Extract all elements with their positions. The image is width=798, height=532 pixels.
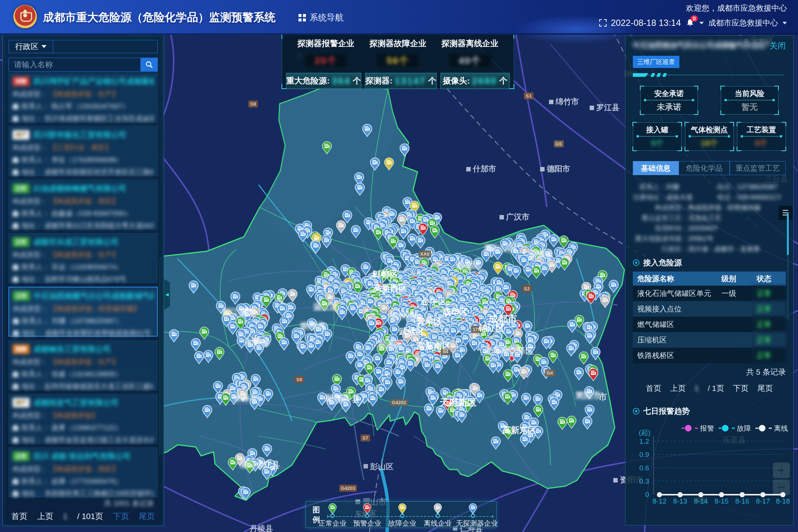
svg-text:8-12: 8-12 [652,497,666,505]
svg-text:S2: S2 [524,286,530,291]
svg-text:金牛区: 金牛区 [421,297,447,306]
svg-text:彭山区: 彭山区 [370,462,393,471]
svg-text:温江区: 温江区 [313,302,339,311]
svg-text:S9: S9 [250,101,256,107]
svg-text:郫都区: 郫都区 [372,269,398,279]
svg-text:8-15: 8-15 [715,497,729,505]
svg-text:新都区: 新都区 [456,260,482,270]
svg-text:市: 市 [598,392,607,402]
svg-text:G5: G5 [555,141,562,147]
svg-text:双流区: 双流区 [378,340,403,349]
svg-text:绵竹市: 绵竹市 [555,97,579,106]
svg-text:1.2: 1.2 [640,437,649,445]
svg-text:离线: 离线 [774,424,788,432]
svg-text:武侯区: 武侯区 [399,327,424,336]
svg-text:G4: G4 [546,370,553,376]
svg-text:高新南区: 高新南区 [417,341,451,351]
svg-text:什邡市: 什邡市 [473,164,496,173]
svg-text:0.3: 0.3 [640,477,649,485]
svg-text:0: 0 [645,491,649,498]
svg-text:驿区: 驿区 [516,346,534,356]
svg-text:锦江区: 锦江区 [478,323,504,333]
svg-text:G4203: G4203 [341,485,355,491]
svg-text:报警: 报警 [700,424,714,432]
svg-text:县: 县 [351,394,360,404]
svg-text:简阳市: 简阳市 [575,391,601,400]
svg-text:(起): (起) [639,429,651,436]
svg-text:天府新区: 天府新区 [439,397,477,407]
svg-text:江县: 江县 [263,460,280,470]
svg-text:S9: S9 [296,377,302,382]
svg-text:XA0: XA0 [420,251,429,257]
svg-text:高新东区: 高新东区 [502,425,536,435]
svg-text:新津县: 新津县 [325,393,351,403]
svg-text:高新西区: 高新西区 [373,283,407,293]
svg-text:德阳市: 德阳市 [546,164,570,173]
svg-text:8-13: 8-13 [673,497,687,505]
svg-text:广汉市: 广汉市 [506,212,529,221]
svg-text:0.9: 0.9 [640,451,649,458]
svg-text:0.6: 0.6 [640,464,649,472]
svg-text:S1: S1 [526,93,532,99]
svg-text:G4202: G4202 [392,400,406,405]
svg-text:蒲江县: 蒲江县 [239,459,265,469]
svg-text:罗江县: 罗江县 [596,103,620,112]
svg-text:8-14: 8-14 [694,497,708,505]
svg-text:成都市: 成都市 [488,313,517,324]
svg-text:8-16: 8-16 [735,497,749,505]
svg-text:彭州市: 彭州市 [391,311,416,320]
svg-text:8-18: 8-18 [776,497,790,505]
svg-text:青羊区: 青羊区 [417,317,442,326]
svg-text:S7: S7 [362,435,368,441]
svg-text:金堂县: 金堂县 [528,249,554,259]
svg-text:市: 市 [244,307,252,317]
svg-text:8-17: 8-17 [756,497,770,505]
svg-text:故障: 故障 [737,424,751,432]
svg-text:丹棱县: 丹棱县 [249,524,273,532]
svg-text:大邑县: 大邑县 [245,337,270,347]
svg-text:邛崃市: 邛崃市 [232,393,258,403]
svg-text:崇州市: 崇州市 [300,321,325,331]
svg-text:龙泉驿区: 龙泉驿区 [484,345,518,355]
svg-text:青白江区: 青白江区 [484,243,518,253]
svg-text:成华区: 成华区 [442,307,468,317]
